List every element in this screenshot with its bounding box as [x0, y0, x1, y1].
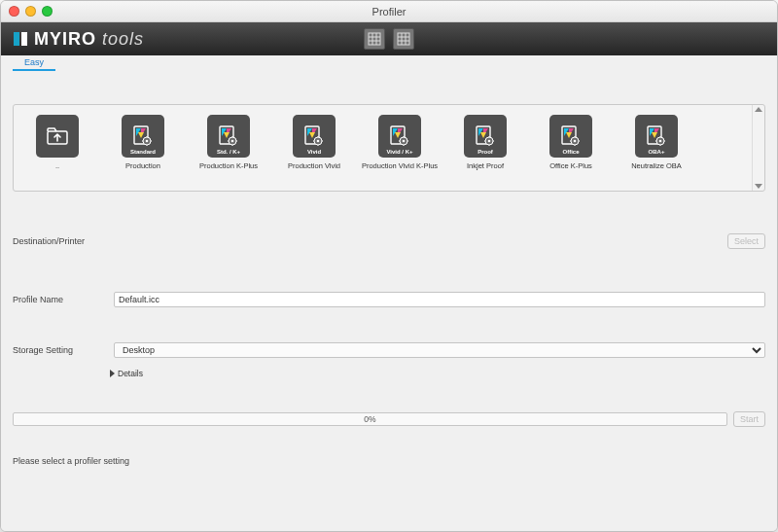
folder-up-icon [36, 115, 79, 158]
svg-rect-2 [369, 33, 380, 45]
svg-point-30 [574, 140, 577, 143]
profile-caption: Neutralize OBA [631, 161, 682, 170]
profile-icon: Standard [122, 115, 164, 158]
svg-point-24 [403, 140, 406, 143]
progress-text: 0% [364, 414, 375, 424]
profile-icon: OBA+ [635, 115, 678, 158]
details-label: Details [118, 369, 143, 378]
chevron-right-icon [110, 370, 115, 377]
svg-rect-7 [398, 33, 409, 45]
window-controls [9, 6, 53, 17]
profile-tile-label: Vivid [307, 149, 321, 155]
profile-tile-label: Office [562, 149, 579, 155]
profile-icon: Vivid [293, 115, 336, 158]
svg-point-27 [488, 140, 491, 143]
svg-point-33 [659, 140, 662, 143]
profile-tile-label: Standard [130, 149, 156, 155]
profile-card[interactable]: OfficeOffice K-Plus [541, 115, 601, 170]
profile-caption: Production Vivid K-Plus [362, 161, 438, 170]
profile-card[interactable]: VividProduction Vivid [284, 115, 344, 170]
toolbar [364, 28, 414, 50]
destination-label: Destination/Printer [13, 236, 106, 246]
details-toggle[interactable]: Details [13, 369, 765, 378]
start-button[interactable]: Start [733, 411, 765, 427]
profile-caption: Inkjet Proof [467, 161, 504, 170]
profile-card[interactable]: StandardProduction [113, 115, 173, 170]
hint-text: Please select a profiler setting [13, 456, 765, 466]
close-icon[interactable] [9, 6, 19, 17]
svg-point-15 [146, 140, 149, 143]
content: ..StandardProductionStd. / K+Production … [1, 71, 777, 531]
appbar: MYIRO tools [1, 22, 777, 55]
profile-icon: Office [549, 115, 592, 158]
svg-rect-0 [14, 32, 19, 46]
profile-icon: Std. / K+ [207, 115, 250, 158]
progress-row: 0% Start [13, 411, 765, 427]
minimize-icon[interactable] [25, 6, 36, 17]
select-destination-button[interactable]: Select [727, 233, 765, 249]
profile-card[interactable]: Vivid / K+Production Vivid K-Plus [370, 115, 430, 170]
window-title: Profiler [372, 6, 407, 18]
svg-rect-1 [21, 32, 27, 46]
profile-caption: .. [55, 161, 59, 170]
brand-name-light: tools [102, 29, 144, 50]
svg-point-21 [317, 140, 320, 143]
destination-row: Destination/Printer Select [13, 232, 765, 250]
profile-up-folder[interactable]: .. [27, 115, 88, 170]
titlebar: Profiler [1, 1, 777, 22]
profile-tile-label: OBA+ [649, 149, 665, 155]
app-window: Profiler MYIRO tools Easy ..StandardProd… [0, 0, 778, 532]
profile-card[interactable]: OBA+Neutralize OBA [626, 115, 687, 170]
profile-icon: Vivid / K+ [378, 115, 421, 158]
profile-icon: Proof [464, 115, 507, 158]
profile-name-input[interactable] [114, 292, 765, 307]
scroll-down-icon[interactable] [755, 184, 762, 189]
storage-row: Storage Setting Desktop [13, 341, 765, 359]
profile-name-label: Profile Name [13, 295, 106, 304]
profile-name-row: Profile Name [13, 291, 765, 308]
profile-card[interactable]: Std. / K+Production K-Plus [198, 115, 259, 170]
profile-caption: Production Vivid [288, 161, 340, 170]
brand: MYIRO tools [1, 29, 144, 50]
profile-caption: Office K-Plus [549, 161, 592, 170]
profile-tile-label: Vivid / K+ [386, 149, 412, 155]
toolbar-button-2[interactable] [393, 28, 414, 50]
tab-easy[interactable]: Easy [13, 54, 55, 71]
storage-label: Storage Setting [13, 345, 106, 355]
profile-caption: Production [125, 161, 160, 170]
brand-logo-icon [13, 31, 28, 47]
svg-point-18 [231, 140, 234, 143]
profile-list-scrollbar[interactable] [752, 105, 764, 191]
toolbar-button-1[interactable] [364, 28, 385, 50]
profile-caption: Production K-Plus [199, 161, 258, 170]
profile-tile-label: Proof [477, 149, 493, 155]
progress-bar: 0% [13, 412, 727, 426]
profile-tile-label: Std. / K+ [217, 149, 240, 155]
scroll-up-icon[interactable] [755, 107, 762, 112]
profile-card[interactable]: ProofInkjet Proof [455, 115, 515, 170]
brand-name-bold: MYIRO [34, 29, 96, 50]
zoom-icon[interactable] [42, 6, 53, 17]
profile-card-list: ..StandardProductionStd. / K+Production … [13, 104, 765, 192]
storage-select[interactable]: Desktop [114, 342, 765, 358]
